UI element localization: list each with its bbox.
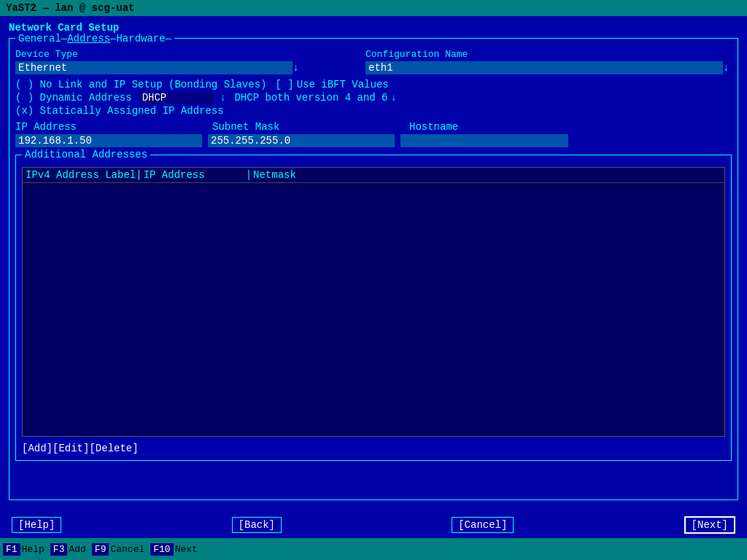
additional-legend: Additional Addresses xyxy=(22,149,150,160)
table-header: IPv4 Address Label | IP Address | Netmas… xyxy=(23,168,724,183)
no-link-radio-row: ( ) No Link and IP Setup (Bonding Slaves… xyxy=(15,79,732,90)
col-sep2: | xyxy=(246,169,252,181)
hostname-label: Hostname xyxy=(409,121,555,133)
mask-label: Subnet Mask xyxy=(212,121,409,133)
tab-general[interactable]: General xyxy=(18,33,61,44)
ibft-label: Use iBFT Values xyxy=(297,79,389,90)
nav-bar: [Help] [Back] [Cancel] [Next] xyxy=(0,512,747,538)
ip-inputs-row xyxy=(15,134,732,147)
tab-sep3: — xyxy=(166,33,171,44)
title-bar: YaST2 — lan @ scg-uat xyxy=(0,0,747,16)
fkey-bar: F1 Help F3 Add F9 Cancel F10 Next xyxy=(0,538,747,560)
subnet-mask-input[interactable] xyxy=(208,134,395,147)
next-button[interactable]: [Next] xyxy=(684,516,735,534)
f10-label: Next xyxy=(175,544,198,555)
dhcp-arrow[interactable]: ↓ xyxy=(220,92,225,104)
cancel-button[interactable]: [Cancel] xyxy=(452,517,514,533)
f9-label: Cancel xyxy=(110,544,144,555)
device-config-row: Device Type ↓ Configuration Name ↓ xyxy=(15,49,732,74)
static-radio-row: (x) Statically Assigned IP Address xyxy=(15,105,732,117)
config-name-arrow[interactable]: ↓ xyxy=(723,62,729,74)
action-buttons: [Add] [Edit] [Delete] xyxy=(22,443,139,454)
hostname-input[interactable] xyxy=(400,134,568,147)
additional-addresses-panel: Additional Addresses IPv4 Address Label … xyxy=(15,155,732,461)
tab-sep2: — xyxy=(110,33,116,44)
f3-key[interactable]: F3 xyxy=(50,543,68,556)
dynamic-radio-row: ( ) Dynamic Address ↓ DHCP both version … xyxy=(15,92,732,104)
title-text: YaST2 — lan @ scg-uat xyxy=(6,2,134,14)
dhcp-desc: DHCP both version 4 and 6 xyxy=(234,92,387,104)
col-ipv4label: IPv4 Address Label xyxy=(26,169,136,181)
panel: General — Address — Hardware — Device Ty… xyxy=(9,38,738,500)
f9-key[interactable]: F9 xyxy=(92,543,109,556)
config-name-label: Configuration Name xyxy=(365,49,729,60)
main-content: Network Card Setup General — Address — H… xyxy=(0,16,747,512)
ip-labels-row: IP Address Subnet Mask Hostname xyxy=(15,121,732,133)
device-type-section: Device Type ↓ xyxy=(15,49,322,74)
dhcp-input-wrap: ↓ xyxy=(141,92,226,104)
dhcp-input[interactable] xyxy=(141,92,214,104)
f10-key[interactable]: F10 xyxy=(150,543,173,556)
dhcp-desc-arrow: ↓ xyxy=(391,92,397,104)
tab-bar: General — Address — Hardware — xyxy=(15,33,174,44)
edit-button[interactable]: [Edit] xyxy=(53,443,89,454)
tab-address[interactable]: Address xyxy=(67,33,110,44)
tab-hardware[interactable]: Hardware xyxy=(116,33,165,44)
table-body xyxy=(23,183,724,432)
f1-key[interactable]: F1 xyxy=(3,543,20,556)
config-name-input[interactable] xyxy=(365,61,723,74)
device-type-arrow[interactable]: ↓ xyxy=(293,62,298,74)
delete-button[interactable]: [Delete] xyxy=(89,443,138,454)
col-ipaddr: IP Address xyxy=(144,169,246,181)
f1-label: Help xyxy=(22,544,44,555)
device-type-input[interactable] xyxy=(15,61,293,74)
back-button[interactable]: [Back] xyxy=(232,517,282,533)
config-name-section: Configuration Name ↓ xyxy=(365,49,729,74)
col-sep1: | xyxy=(136,169,142,181)
ip-address-input[interactable] xyxy=(15,134,202,147)
page-title: Network Card Setup xyxy=(9,22,738,34)
col-netmask: Netmask xyxy=(253,169,326,181)
ibft-checkbox[interactable]: [ ] xyxy=(275,79,293,90)
dynamic-radio[interactable]: ( ) Dynamic Address xyxy=(15,92,132,104)
address-table: IPv4 Address Label | IP Address | Netmas… xyxy=(22,167,725,437)
f3-label: Add xyxy=(69,544,85,555)
tab-sep1: — xyxy=(61,33,67,44)
device-type-label: Device Type xyxy=(15,49,322,60)
static-radio[interactable]: (x) Statically Assigned IP Address xyxy=(15,105,224,117)
help-button[interactable]: [Help] xyxy=(12,517,61,533)
add-button[interactable]: [Add] xyxy=(22,443,53,454)
ip-label: IP Address xyxy=(15,121,212,133)
no-link-radio[interactable]: ( ) No Link and IP Setup (Bonding Slaves… xyxy=(15,79,266,90)
